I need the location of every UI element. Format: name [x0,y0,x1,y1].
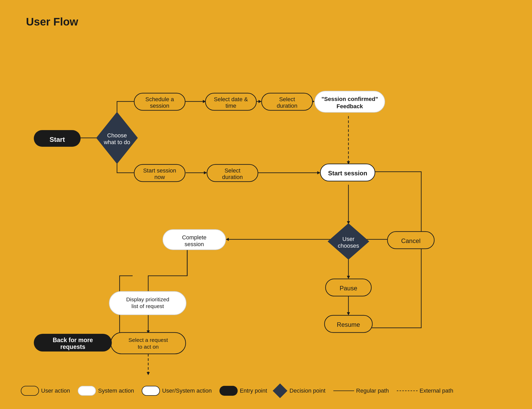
svg-text:time: time [225,103,236,109]
svg-text:Display prioritized: Display prioritized [126,296,169,302]
entry-point-icon [219,386,238,396]
svg-text:Schedule a: Schedule a [145,96,174,103]
svg-text:Complete: Complete [182,234,206,241]
system-action-icon [78,386,96,396]
legend: User action System action User/System ac… [21,386,453,396]
legend-user-system-action: User/System action [142,386,212,396]
svg-rect-73 [111,333,186,354]
svg-text:Select: Select [224,167,240,174]
svg-text:Select: Select [279,96,295,103]
svg-text:Select a request: Select a request [128,337,168,343]
decision-point-icon [273,384,288,398]
legend-regular-path: Regular path [333,387,389,394]
legend-external-path: External path [397,387,453,394]
svg-marker-23 [347,276,350,279]
svg-marker-25 [347,312,350,315]
user-system-action-icon [142,386,160,396]
svg-text:Feedback: Feedback [336,103,363,110]
svg-marker-6 [258,100,262,103]
svg-text:now: now [154,174,165,180]
svg-text:Start: Start [49,136,65,143]
user-action-icon [21,386,39,396]
svg-marker-13 [204,171,207,174]
svg-text:chooses: chooses [338,242,359,249]
svg-text:duration: duration [222,174,243,180]
svg-text:User: User [342,236,354,242]
svg-text:Pause: Pause [340,285,357,292]
svg-marker-15 [317,171,320,174]
svg-text:session: session [185,241,204,247]
svg-text:Select date &: Select date & [214,96,248,103]
legend-user-action: User action [21,386,70,396]
svg-text:list of request: list of request [132,303,164,309]
legend-system-action: System action [78,386,134,396]
svg-text:Choose: Choose [107,132,127,139]
svg-text:Back for more: Back for more [53,337,93,343]
external-path-icon [397,391,418,391]
svg-text:"Session confirmed": "Session confirmed" [321,96,378,102]
svg-text:Resume: Resume [337,321,360,328]
svg-text:Start session: Start session [143,167,176,174]
legend-entry-point: Entry point [219,386,267,396]
svg-text:session: session [150,103,170,109]
svg-text:what to do: what to do [103,139,130,145]
flow-diagram: Start Choose what to do Schedule a sessi… [0,0,532,409]
svg-text:Cancel: Cancel [401,237,421,244]
svg-marker-30 [147,372,150,375]
svg-text:Start session: Start session [328,170,367,177]
svg-marker-19 [226,238,229,241]
regular-path-icon [333,391,354,391]
svg-text:to act on: to act on [138,344,159,350]
svg-text:requests: requests [60,343,85,350]
legend-decision-point: Decision point [275,386,325,396]
svg-text:duration: duration [277,103,297,109]
